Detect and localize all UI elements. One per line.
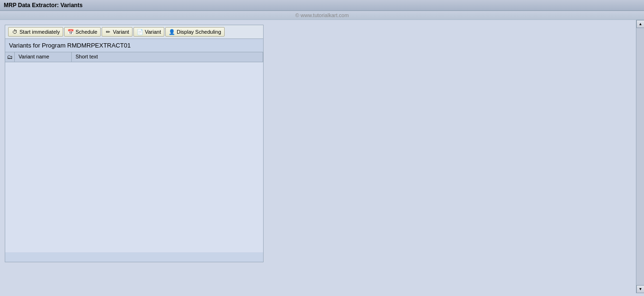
panel: ⏱ Start immediately 📅 Schedule ✏ Variant… bbox=[5, 25, 264, 262]
variant-edit-button[interactable]: ✏ Variant bbox=[102, 27, 133, 37]
variant-doc-button[interactable]: 📄 Variant bbox=[133, 27, 164, 37]
watermark-bar: © www.tutorialkart.com bbox=[0, 11, 644, 20]
watermark-text: © www.tutorialkart.com bbox=[295, 12, 349, 18]
person-icon: 👤 bbox=[169, 29, 175, 35]
display-scheduling-button[interactable]: 👤 Display Scheduling bbox=[165, 27, 225, 37]
scroll-track bbox=[636, 28, 644, 285]
scroll-up-button[interactable]: ▲ bbox=[636, 20, 644, 28]
right-panel: ▲ ▼ bbox=[327, 20, 644, 293]
clock-icon: ⏱ bbox=[11, 29, 18, 35]
pencil-icon: ✏ bbox=[105, 29, 112, 35]
toolbar: ⏱ Start immediately 📅 Schedule ✏ Variant… bbox=[5, 25, 263, 39]
doc-icon: 📄 bbox=[137, 29, 143, 35]
table-body bbox=[5, 62, 263, 252]
start-immediately-label: Start immediately bbox=[19, 29, 60, 35]
main-container: ⏱ Start immediately 📅 Schedule ✏ Variant… bbox=[0, 20, 644, 293]
panel-title: Variants for Program RMDMRPEXTRACT01 bbox=[5, 39, 263, 52]
table-header: 🗂 Variant name Short text bbox=[5, 52, 263, 62]
panel-title-text: Variants for Program RMDMRPEXTRACT01 bbox=[9, 42, 131, 49]
title-bar: MRP Data Extractor: Variants bbox=[0, 0, 644, 11]
display-scheduling-label: Display Scheduling bbox=[177, 29, 221, 35]
start-immediately-button[interactable]: ⏱ Start immediately bbox=[8, 27, 63, 37]
schedule-button[interactable]: 📅 Schedule bbox=[64, 27, 101, 37]
scroll-down-button[interactable]: ▼ bbox=[636, 285, 644, 293]
content-area: ⏱ Start immediately 📅 Schedule ✏ Variant… bbox=[0, 20, 327, 293]
table-header-icon: 🗂 bbox=[5, 52, 15, 62]
variant-doc-label: Variant bbox=[145, 29, 161, 35]
variant-name-column-header: Variant name bbox=[15, 52, 72, 62]
right-scrollbar: ▲ ▼ bbox=[636, 20, 644, 293]
schedule-icon: 📅 bbox=[67, 29, 74, 35]
table-icon: 🗂 bbox=[7, 54, 13, 60]
short-text-column-header: Short text bbox=[72, 52, 263, 62]
variant-edit-label: Variant bbox=[113, 29, 129, 35]
title-text: MRP Data Extractor: Variants bbox=[4, 2, 83, 9]
schedule-label: Schedule bbox=[76, 29, 97, 35]
